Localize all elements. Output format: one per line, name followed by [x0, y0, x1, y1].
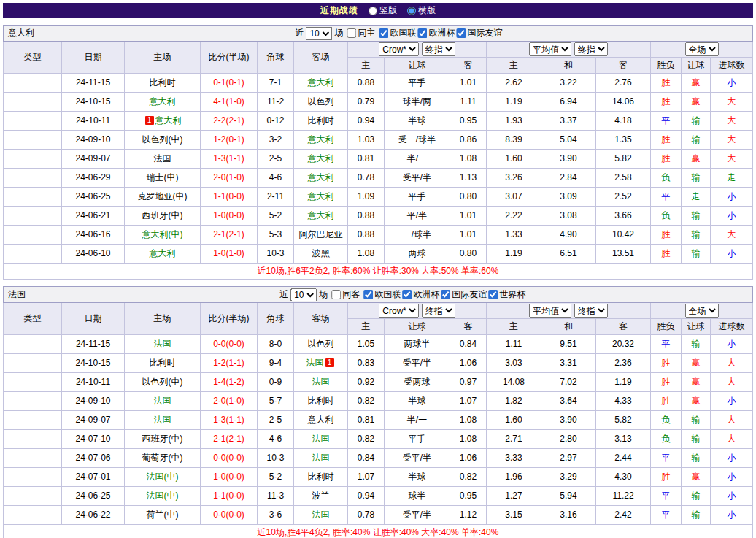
recent-count-select[interactable]: 10	[290, 288, 317, 301]
home-team[interactable]: 比利时	[125, 354, 201, 373]
scope-select[interactable]: 全场	[685, 304, 719, 318]
col-type: 类型	[4, 42, 62, 74]
away-team[interactable]: 以色列	[294, 93, 348, 112]
league-filter[interactable]: 欧国联	[362, 289, 401, 300]
home-team[interactable]: 法国	[125, 411, 201, 430]
home-team[interactable]: 法国(中)	[125, 487, 201, 506]
away-team[interactable]: 比利时	[294, 392, 348, 411]
home-team[interactable]: 法国	[125, 150, 201, 169]
away-team[interactable]: 意大利	[294, 411, 348, 430]
odds-away: 1.01	[450, 207, 487, 226]
away-team[interactable]: 阿尔巴尼亚	[294, 226, 348, 245]
same-venue-filter[interactable]: 同主	[345, 28, 375, 39]
home-team[interactable]: 西班牙(中)	[125, 430, 201, 449]
league-type: 欧洲杯	[4, 487, 62, 506]
home-team[interactable]: 法国	[125, 392, 201, 411]
league-filter[interactable]: 世界杯	[487, 289, 525, 300]
match-date: 24-06-25	[62, 487, 125, 506]
result-winloss: 胜	[651, 93, 682, 112]
away-team[interactable]: 法国	[294, 373, 348, 392]
home-team[interactable]: 1意大利	[125, 112, 201, 131]
away-team[interactable]: 比利时	[294, 468, 348, 487]
home-team[interactable]: 法国(中)	[125, 468, 201, 487]
home-team[interactable]: 以色列(中)	[125, 131, 201, 150]
recent-count-select[interactable]: 10	[306, 27, 332, 40]
avg-source-select[interactable]: 平均值	[529, 42, 571, 56]
col-corner: 角球	[258, 303, 294, 335]
result-winloss: 平	[651, 487, 682, 506]
league-filter[interactable]: 国际友谊	[455, 28, 502, 39]
home-team[interactable]: 法国	[125, 335, 201, 354]
away-team[interactable]: 意大利	[294, 207, 348, 226]
league-label: 欧洲杯	[428, 28, 455, 39]
home-team[interactable]: 意大利(中)	[125, 226, 201, 245]
away-team[interactable]: 意大利	[294, 150, 348, 169]
odds-source-select[interactable]: Crow*	[379, 42, 419, 56]
league-filter[interactable]: 国际友谊	[439, 289, 487, 300]
home-team[interactable]: 西班牙(中)	[125, 207, 201, 226]
away-team[interactable]: 波黑	[294, 245, 348, 264]
section-header: 意大利 近 10 场 同主 欧国联欧洲杯国际友谊	[3, 25, 753, 42]
same-venue-filter[interactable]: 同客	[330, 289, 360, 300]
corner-count: 2-5	[258, 411, 294, 430]
home-team[interactable]: 荷兰(中)	[125, 506, 201, 525]
home-team[interactable]: 以色列(中)	[125, 373, 201, 392]
league-filter[interactable]: 欧洲杯	[416, 28, 455, 39]
league-checkbox[interactable]	[379, 28, 388, 38]
results-table: 类型 日期 主场 比分(半场) 角球 客场 Crow* 终指 平均值 终指	[3, 302, 753, 538]
match-date: 24-11-15	[62, 74, 125, 93]
away-team[interactable]: 波兰	[294, 487, 348, 506]
corner-count: 2-5	[258, 150, 294, 169]
away-team[interactable]: 法国	[294, 506, 348, 525]
home-team[interactable]: 意大利	[125, 93, 201, 112]
away-team[interactable]: 意大利	[294, 188, 348, 207]
odds-time-select[interactable]: 终指	[422, 304, 455, 318]
result-goals: 大	[711, 430, 753, 449]
avg-home: 1.93	[487, 112, 541, 131]
league-checkbox[interactable]	[402, 290, 412, 299]
col-avg-draw: 和	[541, 319, 596, 335]
layout-option-horizontal[interactable]: 横版	[407, 5, 436, 16]
games-label: 场	[319, 289, 328, 300]
same-venue-checkbox[interactable]	[331, 290, 341, 299]
league-checkbox[interactable]	[417, 28, 427, 38]
away-team[interactable]: 法国	[294, 430, 348, 449]
away-team[interactable]: 以色列	[294, 335, 348, 354]
league-checkbox[interactable]	[363, 290, 373, 299]
result-handicap: 输	[682, 430, 711, 449]
away-team[interactable]: 意大利	[294, 131, 348, 150]
result-goals: 走	[711, 169, 753, 188]
odds-time-select[interactable]: 终指	[422, 42, 455, 56]
avg-time-select[interactable]: 终指	[574, 304, 608, 318]
col-avg-home: 主	[487, 319, 541, 335]
layout-option-vertical[interactable]: 竖版	[369, 5, 397, 16]
match-score: 0-0(0-0)	[201, 506, 258, 525]
league-checkbox[interactable]	[488, 290, 498, 299]
away-team[interactable]: 比利时	[294, 112, 348, 131]
away-team[interactable]: 法国	[294, 449, 348, 468]
league-filter[interactable]: 欧国联	[377, 28, 416, 39]
scope-select[interactable]: 全场	[685, 42, 719, 56]
odds-away: 1.11	[450, 93, 487, 112]
league-checkbox[interactable]	[456, 28, 466, 38]
home-team[interactable]: 葡萄牙(中)	[125, 449, 201, 468]
home-team[interactable]: 比利时	[125, 74, 201, 93]
avg-source-select[interactable]: 平均值	[529, 304, 571, 318]
away-team[interactable]: 意大利	[294, 169, 348, 188]
horizontal-layout-radio[interactable]	[407, 7, 416, 15]
league-filter[interactable]: 欧洲杯	[401, 289, 439, 300]
away-team[interactable]: 意大利	[294, 74, 348, 93]
col-score: 比分(半场)	[201, 303, 258, 335]
home-team[interactable]: 瑞士(中)	[125, 169, 201, 188]
col-avg-away: 客	[596, 58, 651, 74]
avg-time-select[interactable]: 终指	[574, 42, 608, 56]
home-team[interactable]: 意大利	[125, 245, 201, 264]
home-team[interactable]: 克罗地亚(中)	[125, 188, 201, 207]
away-team[interactable]: 法国1	[294, 354, 348, 373]
league-checkbox[interactable]	[441, 290, 450, 299]
odds-source-select[interactable]: Crow*	[379, 304, 419, 318]
odds-home: 0.88	[348, 226, 385, 245]
odds-away: 0.86	[450, 131, 487, 150]
same-venue-checkbox[interactable]	[347, 28, 356, 38]
vertical-layout-radio[interactable]	[369, 7, 377, 15]
